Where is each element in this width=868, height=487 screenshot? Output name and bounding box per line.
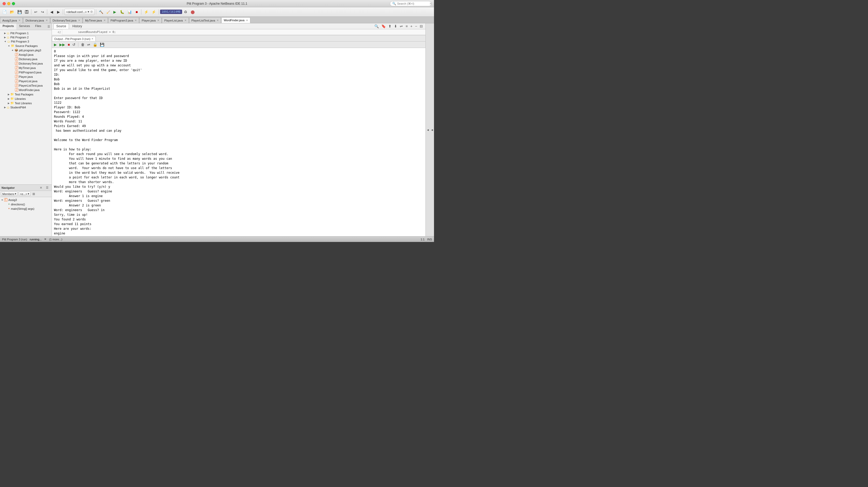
- forward-button[interactable]: ▶: [55, 8, 61, 15]
- run-button[interactable]: ▶: [112, 8, 118, 15]
- tree-item-dictionary[interactable]: J Dictionary.java: [0, 57, 52, 61]
- search-code-icon[interactable]: 🔍: [373, 24, 380, 29]
- build-button[interactable]: 🔨: [97, 8, 104, 15]
- close-tab-icon[interactable]: ✕: [217, 19, 219, 22]
- close-tab-icon[interactable]: ✕: [157, 19, 159, 22]
- next-error-icon[interactable]: ⬇: [393, 24, 398, 29]
- close-tab-icon[interactable]: ✕: [135, 19, 137, 22]
- tree-item-package[interactable]: ▼ 📦 pitt.program.pkg3: [0, 48, 52, 53]
- tree-item-pitt2[interactable]: ▶ 🗂 Pitt Program 2: [0, 35, 52, 39]
- tree-item-pittprogram3[interactable]: J PittProgram3.java: [0, 70, 52, 74]
- close-tab-icon[interactable]: ✕: [45, 19, 48, 22]
- close-run-button[interactable]: ✕: [44, 237, 46, 241]
- filter-dropdown[interactable]: <e...> ▾: [19, 192, 31, 196]
- tree-item-playerlisttest[interactable]: J PlayerListTest.java: [0, 83, 52, 88]
- search-input[interactable]: [397, 2, 428, 5]
- clean-build-button[interactable]: 🧹: [105, 8, 111, 15]
- tab-assig3[interactable]: Assig3.java ✕: [0, 18, 23, 23]
- history-tab[interactable]: History: [69, 23, 85, 29]
- nav-item-directions[interactable]: ⚬ directions(): [0, 202, 52, 206]
- close-tab-icon[interactable]: ✕: [184, 19, 187, 22]
- tree-item-pitt1[interactable]: ▶ 🗂 Pitt Program 1: [0, 31, 52, 35]
- back-button[interactable]: ◀: [49, 8, 55, 15]
- split-icon[interactable]: ⊟: [419, 24, 424, 29]
- close-output-tab-icon[interactable]: ✕: [91, 37, 93, 40]
- tab-pittprogram3[interactable]: PittProgram3.java ✕: [108, 18, 139, 23]
- stop-button[interactable]: ■: [133, 8, 140, 15]
- tree-item-libraries[interactable]: ▶ 📁 Libraries: [0, 96, 52, 101]
- prev-error-icon[interactable]: ⬆: [387, 24, 393, 29]
- source-tab[interactable]: Source: [54, 23, 69, 29]
- scroll-lock-button[interactable]: 🔒: [92, 42, 98, 47]
- panel-menu-button[interactable]: ☰: [46, 23, 52, 30]
- open-file-button[interactable]: 📂: [8, 8, 16, 15]
- tab-dictionary-test[interactable]: DictionaryTest.java ✕: [50, 18, 83, 23]
- tab-mytimer[interactable]: MyTimer.java ✕: [83, 18, 108, 23]
- new-file-button[interactable]: 📄: [1, 8, 8, 15]
- stop-output-button[interactable]: ■: [67, 42, 71, 47]
- tree-item-dictionarytest[interactable]: J DictionaryTest.java: [0, 61, 52, 66]
- projects-tab[interactable]: Projects: [0, 23, 17, 30]
- toggle-bookmark-icon[interactable]: 🔖: [380, 24, 387, 29]
- close-tab-icon[interactable]: ✕: [78, 19, 80, 22]
- test-file-button[interactable]: ⚡: [150, 8, 157, 15]
- close-tab-icon[interactable]: ✕: [103, 19, 105, 22]
- services-tab[interactable]: Services: [17, 23, 32, 30]
- members-dropdown[interactable]: Members ▾: [1, 192, 18, 196]
- clear-output-button[interactable]: 🗑: [80, 42, 86, 47]
- tree-label: PlayerList.java: [19, 79, 38, 83]
- close-tab-icon[interactable]: ✕: [246, 19, 248, 22]
- output-tab-run[interactable]: Output - Pitt Program 3 (run) ✕: [52, 36, 96, 41]
- close-navigator-button[interactable]: ✕: [40, 186, 42, 190]
- tree-item-test-libraries[interactable]: ▶ 📁 Test Libraries: [0, 101, 52, 105]
- profiler-button[interactable]: ⬤: [189, 8, 196, 15]
- nav-item-assig3[interactable]: ▼ C Assig3: [0, 198, 52, 202]
- tab-playerlist[interactable]: PlayerList.java ✕: [162, 18, 189, 23]
- tab-player[interactable]: Player.java ✕: [139, 18, 162, 23]
- save-all-button[interactable]: [24, 8, 30, 15]
- tree-item-studentpitt4[interactable]: ▶ 🗂 StudentPitt4: [0, 105, 52, 109]
- format-icon[interactable]: ≡: [404, 24, 409, 29]
- tree-item-wordfinder[interactable]: J WordFinder.java: [0, 88, 52, 92]
- tree-item-test-packages[interactable]: ▶ 📁 Test Packages: [0, 92, 52, 96]
- clear-search-icon[interactable]: ✕: [429, 2, 432, 5]
- wrap-output-button[interactable]: ⇌: [86, 42, 91, 47]
- traffic-lights: [3, 2, 15, 5]
- zoom-out-icon[interactable]: −: [414, 24, 418, 29]
- files-tab[interactable]: Files: [33, 23, 44, 30]
- tree-item-player[interactable]: J Player.java: [0, 74, 52, 79]
- close-tab-icon[interactable]: ✕: [19, 19, 21, 22]
- run-output-button[interactable]: ▶: [53, 42, 58, 47]
- tree-item-assig3[interactable]: J Assig3.java: [0, 53, 52, 57]
- undo-button[interactable]: ↩: [33, 8, 39, 15]
- maximize-button[interactable]: [12, 2, 15, 5]
- right-panel-collapse[interactable]: ◀ ◀: [426, 23, 434, 236]
- gc-button[interactable]: ♻: [183, 8, 189, 15]
- zoom-in-icon[interactable]: +: [409, 24, 413, 29]
- test-button[interactable]: ⚡: [143, 8, 150, 15]
- minimize-button[interactable]: [7, 2, 10, 5]
- tree-item-pitt3[interactable]: ▼ 🗂 Pitt Program 3: [0, 39, 52, 43]
- tree-item-playerlist[interactable]: J PlayerList.java: [0, 79, 52, 83]
- tab-wordfinder[interactable]: WordFinder.java ✕: [221, 18, 250, 23]
- more-runs-label[interactable]: (1 more...): [49, 238, 62, 241]
- navigator-menu-button[interactable]: ☰: [44, 185, 50, 190]
- redo-button[interactable]: ↪: [39, 8, 45, 15]
- rerun-output-button[interactable]: ↺: [71, 42, 76, 47]
- save-button[interactable]: 💾: [16, 8, 23, 15]
- profile-button[interactable]: 📊: [126, 8, 133, 15]
- save-output-button[interactable]: 💾: [99, 42, 105, 47]
- sort-icon[interactable]: ⊞: [32, 192, 36, 196]
- debug-button[interactable]: 🐛: [119, 8, 126, 15]
- toggle-line-wrap-icon[interactable]: ⇌: [399, 24, 404, 29]
- tab-playerlisttest[interactable]: PlayerListTest.java ✕: [189, 18, 221, 23]
- close-button[interactable]: [3, 2, 6, 5]
- tab-dictionary[interactable]: Dictionary.java ✕: [23, 18, 50, 23]
- config-dropdown[interactable]: <default conf...> ▾ ⚙: [64, 9, 95, 15]
- global-search[interactable]: 🔍 ✕: [390, 1, 431, 6]
- step-output-button[interactable]: ▶▶: [58, 42, 66, 47]
- tree-item-mytimer[interactable]: J MyTimer.java: [0, 66, 52, 70]
- tree-item-source-packages[interactable]: ▼ 📁 Source Packages: [0, 43, 52, 48]
- nav-item-main[interactable]: ⚬ main(String[] args): [0, 206, 52, 211]
- output-content[interactable]: 0Please sign in with your id and passwor…: [52, 48, 426, 236]
